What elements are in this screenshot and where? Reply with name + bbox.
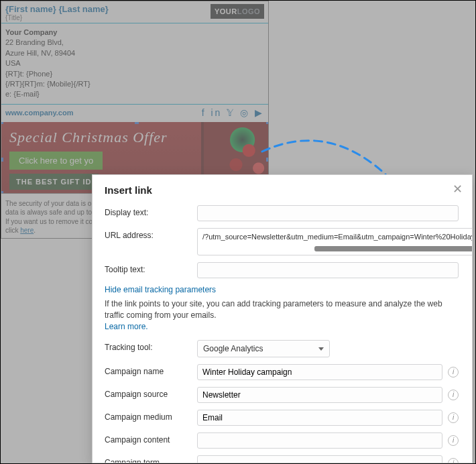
dialog-title: Insert link: [105, 184, 459, 196]
campaign-term-label: Campaign term: [105, 455, 197, 463]
campaign-name-input[interactable]: [197, 364, 442, 380]
campaign-content-label: Campaign content: [105, 432, 197, 445]
info-icon[interactable]: i: [448, 458, 459, 463]
display-text-input[interactable]: [197, 205, 459, 221]
tooltip-label: Tooltip text:: [105, 262, 197, 274]
display-text-label: Display text:: [105, 205, 197, 217]
info-icon[interactable]: i: [448, 367, 459, 378]
toggle-tracking-params[interactable]: Hide email tracking parameters: [105, 285, 216, 294]
tracking-tool-select[interactable]: Google Analytics: [197, 340, 330, 357]
learn-more-link[interactable]: Learn more.: [105, 322, 148, 331]
campaign-content-input[interactable]: [197, 432, 442, 449]
insert-link-dialog: Insert link ✕ Display text: URL address:…: [92, 174, 473, 463]
campaign-medium-label: Campaign medium: [105, 410, 197, 422]
url-scrollbar[interactable]: [202, 246, 473, 251]
campaign-medium-input[interactable]: [197, 410, 442, 426]
tracking-tool-label: Tracking tool:: [105, 340, 197, 352]
campaign-source-label: Campaign source: [105, 387, 197, 399]
info-icon[interactable]: i: [448, 412, 459, 423]
tooltip-input[interactable]: [197, 262, 459, 278]
campaign-term-input[interactable]: [197, 455, 442, 463]
campaign-source-input[interactable]: [197, 387, 442, 403]
campaign-name-label: Campaign name: [105, 364, 197, 376]
help-text: If the link points to your site, you can…: [105, 299, 442, 320]
url-input[interactable]: /?utm_source=Newsletter&utm_medium=Email…: [197, 228, 473, 255]
url-label: URL address:: [105, 228, 197, 240]
url-value: /?utm_source=Newsletter&utm_medium=Email…: [202, 233, 473, 241]
info-icon[interactable]: i: [448, 390, 459, 400]
close-icon[interactable]: ✕: [453, 183, 463, 195]
info-icon[interactable]: i: [448, 435, 459, 446]
